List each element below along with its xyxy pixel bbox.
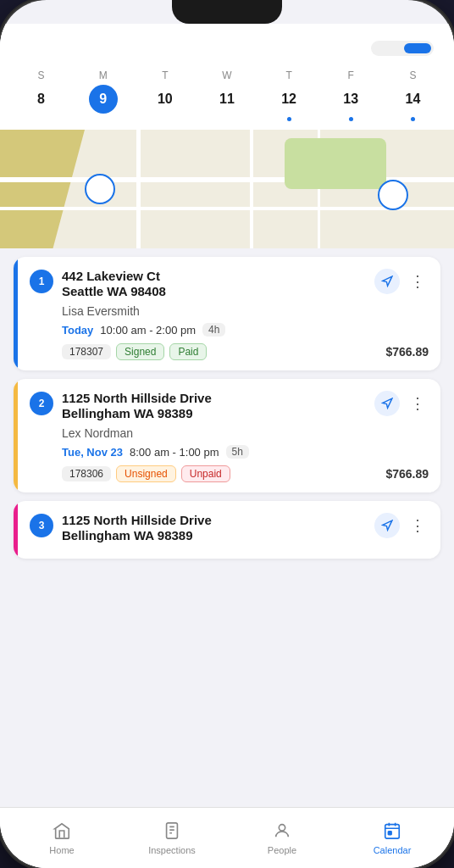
address-line1: 1125 North Hillside Drive	[62, 391, 374, 406]
navigate-button[interactable]	[374, 269, 400, 294]
people-nav-label: People	[268, 845, 296, 855]
nav-item-people[interactable]: People	[257, 821, 307, 855]
people-nav-icon	[273, 821, 291, 843]
client-name: Lisa Eversmith	[62, 304, 429, 318]
svg-marker-2	[383, 520, 392, 530]
day-letter: T	[162, 70, 168, 81]
card-actions: ⋮	[374, 513, 429, 538]
screen-content: S8M9T10W11T12F13S14 1442 Lakeview CtSeat…	[0, 24, 454, 868]
day-item-13[interactable]: F13	[332, 70, 369, 121]
id-badge: 178307	[62, 344, 111, 359]
card-body: 1442 Lakeview CtSeattle WA 98408⋮Lisa Ev…	[18, 257, 440, 370]
payment-badge: Paid	[169, 343, 207, 360]
svg-point-7	[279, 824, 285, 830]
badges-left: 178306UnsignedUnpaid	[62, 465, 230, 482]
navigate-button[interactable]	[374, 391, 400, 416]
date-label: Tue, Nov 23	[62, 446, 123, 459]
day-letter: F	[348, 70, 354, 81]
card-actions: ⋮	[374, 269, 429, 294]
day-number: 11	[213, 85, 241, 114]
card-body: 31125 North Hillside DriveBellingham WA …	[18, 501, 440, 559]
notch	[172, 0, 282, 24]
view-toggle	[371, 41, 434, 56]
day-letter: S	[38, 70, 45, 81]
svg-rect-12	[388, 831, 391, 834]
home-nav-icon	[53, 821, 71, 843]
time-row: Today10:00 am - 2:00 pm4h	[62, 323, 429, 337]
day-event-dot	[287, 117, 291, 121]
day-number: 13	[336, 85, 365, 114]
more-options-button[interactable]: ⋮	[407, 515, 429, 537]
address-line2: Bellingham WA 98389	[62, 406, 374, 421]
card-actions: ⋮	[374, 391, 429, 416]
map-park	[285, 138, 386, 189]
nav-item-inspections[interactable]: Inspections	[147, 821, 197, 855]
calendar-nav-icon	[383, 821, 401, 843]
day-number: 8	[27, 85, 56, 114]
day-number: 12	[274, 85, 303, 114]
inspection-card[interactable]: 31125 North Hillside DriveBellingham WA …	[14, 501, 440, 559]
inspections-nav-icon	[163, 821, 181, 843]
location-pin-2: 2	[30, 392, 53, 415]
badges-left: 178307SignedPaid	[62, 343, 207, 360]
day-letter: W	[222, 70, 231, 81]
svg-rect-3	[167, 822, 178, 837]
address-line2: Bellingham WA 98389	[62, 528, 374, 543]
day-item-10[interactable]: T10	[147, 70, 184, 121]
badges-row: 178307SignedPaid$766.89	[62, 343, 429, 360]
card-body: 21125 North Hillside DriveBellingham WA …	[18, 379, 440, 492]
address-line1: 442 Lakeview Ct	[62, 269, 374, 284]
nav-item-home[interactable]: Home	[36, 821, 87, 855]
map-pin-1[interactable]	[85, 174, 115, 204]
id-badge: 178306	[62, 466, 111, 481]
badges-row: 178306UnsignedUnpaid$766.89	[62, 465, 429, 482]
more-options-button[interactable]: ⋮	[407, 392, 429, 415]
card-header-row: 31125 North Hillside DriveBellingham WA …	[30, 513, 429, 543]
address-group: 31125 North Hillside DriveBellingham WA …	[30, 513, 374, 543]
day-item-9[interactable]: M9	[85, 70, 122, 121]
day-event-dot	[411, 117, 415, 121]
card-address: 442 Lakeview CtSeattle WA 98408	[62, 269, 374, 299]
day-item-11[interactable]: W11	[208, 70, 246, 121]
svg-marker-0	[383, 276, 392, 286]
client-name: Lex Nordman	[62, 426, 429, 440]
day-letter: S	[409, 70, 416, 81]
phone-shell: S8M9T10W11T12F13S14 1442 Lakeview CtSeat…	[0, 0, 454, 868]
navigate-button[interactable]	[374, 513, 400, 538]
week-strip: S8M9T10W11T12F13S14	[0, 66, 454, 130]
day-event-dot	[349, 117, 353, 121]
map-area	[0, 130, 454, 248]
inspection-list: 1442 Lakeview CtSeattle WA 98408⋮Lisa Ev…	[0, 248, 454, 807]
agenda-toggle-button[interactable]	[404, 43, 431, 53]
card-address: 1125 North Hillside DriveBellingham WA 9…	[62, 391, 374, 421]
duration-badge: 5h	[226, 445, 249, 459]
address-line1: 1125 North Hillside Drive	[62, 513, 374, 528]
day-letter: M	[99, 70, 108, 81]
header	[0, 24, 454, 66]
map-road-diagonal	[0, 130, 85, 248]
inspection-card[interactable]: 21125 North Hillside DriveBellingham WA …	[14, 379, 440, 492]
price-label: $766.89	[385, 345, 429, 359]
calendar-toggle-button[interactable]	[374, 43, 401, 53]
calendar-nav-label: Calendar	[374, 845, 412, 855]
address-line2: Seattle WA 98408	[62, 284, 374, 299]
day-item-14[interactable]: S14	[394, 70, 431, 121]
time-row: Tue, Nov 238:00 am - 1:00 pm5h	[62, 445, 429, 459]
more-options-button[interactable]: ⋮	[407, 270, 429, 292]
svg-marker-1	[383, 398, 392, 408]
bottom-nav: HomeInspectionsPeopleCalendar	[0, 807, 454, 868]
status-badge: Signed	[116, 343, 164, 360]
map-road-v1	[136, 130, 141, 248]
day-item-8[interactable]: S8	[23, 70, 60, 121]
map-background	[0, 130, 454, 248]
inspection-card[interactable]: 1442 Lakeview CtSeattle WA 98408⋮Lisa Ev…	[14, 257, 440, 370]
card-header-row: 21125 North Hillside DriveBellingham WA …	[30, 391, 429, 421]
card-header-row: 1442 Lakeview CtSeattle WA 98408⋮	[30, 269, 429, 299]
day-number: 10	[151, 85, 180, 114]
address-group: 21125 North Hillside DriveBellingham WA …	[30, 391, 374, 421]
day-item-12[interactable]: T12	[270, 70, 307, 121]
map-pin-2[interactable]	[378, 180, 408, 210]
map-road-v2	[250, 130, 253, 248]
day-letter: T	[285, 70, 291, 81]
nav-item-calendar[interactable]: Calendar	[367, 821, 418, 855]
